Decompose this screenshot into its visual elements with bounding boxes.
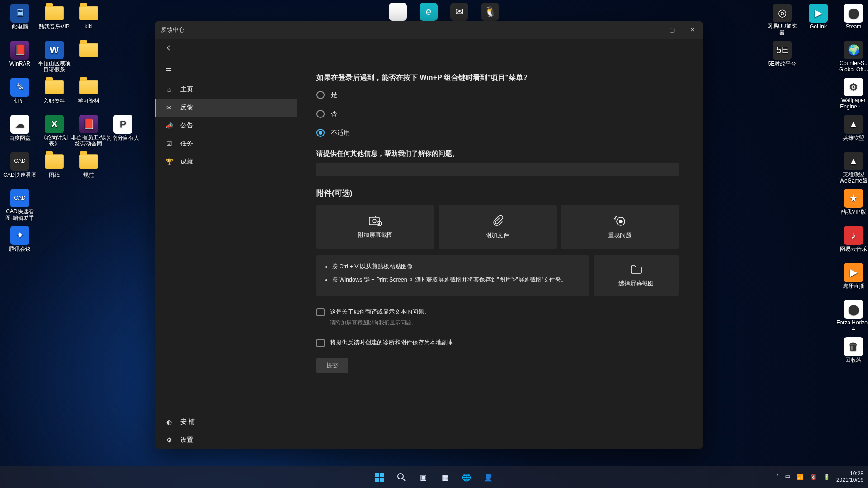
desktop-icon[interactable]: ✦腾讯会议	[3, 225, 37, 258]
attach-file-card[interactable]: 附加文件	[439, 205, 556, 249]
system-tray[interactable]: ˄ 中 📶 🔇 🔋 10:28 2021/10/16	[776, 471, 863, 483]
sidebar-icon: ☑	[165, 140, 173, 147]
desktop-icon[interactable]: ★酷我VIP版	[836, 188, 868, 221]
desktop-icon[interactable]: W平顶山区域项目请假条	[37, 40, 71, 73]
desktop-icon[interactable]: ▲英雄联盟WeGame版	[836, 151, 868, 184]
sidebar-item[interactable]: 🏆成就	[155, 153, 297, 171]
desktop-icon[interactable]: 📕WinRAR	[3, 40, 37, 73]
radio-no[interactable]: 否	[316, 110, 679, 118]
recreate-problem-card[interactable]: 重现问题	[561, 205, 679, 249]
desktop-icon-label: 《轮岗计划表》	[37, 135, 71, 147]
desktop-icon[interactable]: ▶GoLink	[801, 3, 835, 36]
desktop-icon[interactable]: CADCAD快速看图	[3, 151, 37, 184]
qq-icon[interactable]: 🐧	[481, 3, 499, 21]
desktop-icon[interactable]: ⚙Wallpaper Engine：...	[836, 77, 868, 110]
desktop-icon-label: 5E对战平台	[768, 61, 797, 67]
sidebar-item[interactable]: 📣公告	[155, 117, 297, 135]
hamburger-button[interactable]: ☰	[161, 61, 176, 76]
desktop-icon[interactable]: 学习资料	[71, 77, 106, 110]
desktop-icon-label: CAD快速看图-编辑助手	[3, 209, 37, 221]
app-icon	[45, 152, 64, 171]
checkbox-save-local[interactable]: 将提供反馈时创建的诊断和附件保存为本地副本	[316, 338, 679, 347]
clock[interactable]: 10:28 2021/10/16	[836, 471, 863, 483]
desktop-icon-label: 英雄联盟	[843, 135, 864, 141]
desktop-icon[interactable]: X《轮岗计划表》	[37, 114, 71, 147]
desktop-icon[interactable]: 5E5E对战平台	[765, 40, 799, 73]
app-icon: X	[45, 115, 64, 133]
desktop-icon[interactable]: 🖥此电脑	[3, 3, 37, 36]
submit-button[interactable]: 提交	[316, 358, 348, 373]
sidebar-user[interactable]: ◐安 楠	[155, 413, 297, 431]
desktop-icon[interactable]: 入职资料	[37, 77, 71, 110]
more-info-input[interactable]	[316, 163, 679, 176]
svg-point-1	[373, 219, 376, 223]
radio-yes[interactable]: 是	[316, 91, 679, 99]
desktop-icon[interactable]: ◎网易UU加速器	[765, 3, 799, 36]
desktop-icon-label: 英雄联盟WeGame版	[836, 172, 868, 184]
checkbox-translation[interactable]: 这是关于如何翻译或显示文本的问题。	[316, 308, 679, 316]
ime-indicator[interactable]: 中	[785, 474, 791, 481]
chrome-icon[interactable]: ◉	[389, 3, 407, 21]
desktop-icon[interactable]: ☁百度网盘	[3, 114, 37, 147]
titlebar[interactable]: 反馈中心 ─ ▢ ✕	[155, 21, 703, 39]
desktop-icon[interactable]: 规范	[71, 151, 106, 184]
close-button[interactable]: ✕	[682, 21, 703, 39]
sidebar-item[interactable]: ☑任务	[155, 135, 297, 153]
maximize-button[interactable]: ▢	[661, 21, 682, 39]
app-icon: ⚙	[844, 78, 863, 96]
desktop-icon[interactable]: ⬤Forza Horizon 4	[836, 299, 868, 333]
back-button[interactable]	[161, 40, 176, 56]
desktop-icon-label: 腾讯会议	[9, 246, 31, 253]
desktop-icon[interactable]: ▲英雄联盟	[836, 114, 868, 147]
app-icon	[45, 78, 64, 97]
desktop-icon[interactable]: 酷我音乐VIP	[37, 3, 71, 36]
screenshot-tips: 按 Ctrl + V 以从剪贴板粘贴图像 按 Windows 键 + Print…	[316, 255, 589, 296]
search-button[interactable]	[392, 468, 410, 486]
edge-taskbar-icon[interactable]: 🌐	[458, 468, 476, 486]
svg-rect-0	[369, 217, 379, 225]
start-button[interactable]	[371, 468, 389, 486]
desktop-icon[interactable]: ✎钉钉	[3, 77, 37, 110]
desktop-icon[interactable]: ♪网易云音乐	[836, 225, 868, 258]
question-text: 如果在登录后遇到，能否在按下 Win+P 组合键时看到"项目"菜单?	[316, 73, 679, 83]
sidebar-icon: ⌂	[165, 86, 173, 93]
desktop-icon-label: Counter-S.. Global Off...	[836, 61, 868, 73]
battery-icon[interactable]: 🔋	[823, 474, 830, 480]
edge-icon[interactable]: e	[420, 3, 438, 21]
sidebar-item[interactable]: ✉反馈	[155, 99, 297, 117]
widgets-button[interactable]: ▦	[436, 468, 454, 486]
volume-icon[interactable]: 🔇	[810, 474, 817, 480]
desktop-icon-label: 钉钉	[14, 98, 25, 104]
camera-icon	[368, 215, 382, 226]
choose-screenshot-button[interactable]: 选择屏幕截图	[594, 255, 679, 296]
taskview-button[interactable]: ▣	[414, 468, 432, 486]
desktop-icon-label: 回收站	[845, 357, 862, 364]
desktop-icon[interactable]	[71, 40, 106, 73]
desktop-icon[interactable]: P河南分自有人	[106, 114, 140, 147]
app-taskbar-icon[interactable]: 👤	[479, 468, 497, 486]
attach-screenshot-card[interactable]: 附加屏幕截图	[316, 205, 434, 249]
desktop-icon[interactable]: kiki	[71, 3, 106, 36]
desktop-icon[interactable]: 图纸	[37, 151, 71, 184]
wechat-icon[interactable]: ✉	[450, 3, 468, 21]
wifi-icon[interactable]: 📶	[797, 474, 804, 480]
desktop-icon[interactable]: ⬤Steam	[836, 3, 868, 36]
tray-chevron-icon[interactable]: ˄	[776, 474, 779, 480]
desktop-icon-label: kiki	[85, 24, 92, 30]
desktop-icon[interactable]: CADCAD快速看图-编辑助手	[3, 188, 37, 221]
radio-na[interactable]: 不适用	[316, 129, 679, 137]
sidebar-settings[interactable]: ⚙设置	[155, 431, 297, 449]
minimize-button[interactable]: ─	[641, 21, 661, 39]
desktop-icon-label: 图纸	[49, 172, 60, 178]
desktop-icon-label: 平顶山区域项目请假条	[37, 61, 71, 73]
sidebar-item[interactable]: ⌂主页	[155, 80, 297, 99]
sidebar-item-label: 公告	[180, 122, 193, 130]
app-icon	[79, 78, 98, 97]
desktop-icon[interactable]: 🌍Counter-S.. Global Off...	[836, 40, 868, 73]
desktop-icon[interactable]: ▶虎牙直播	[836, 262, 868, 296]
desktop-icon-label: 此电脑	[12, 24, 28, 30]
paperclip-icon	[491, 214, 503, 227]
desktop-icon[interactable]: 🗑回收站	[836, 336, 868, 370]
checkbox-translation-hint: 请附加屏幕截图以向我们显示问题。	[330, 319, 679, 327]
desktop-icon[interactable]: 📕非自有员工-续签劳动合同	[71, 114, 106, 147]
